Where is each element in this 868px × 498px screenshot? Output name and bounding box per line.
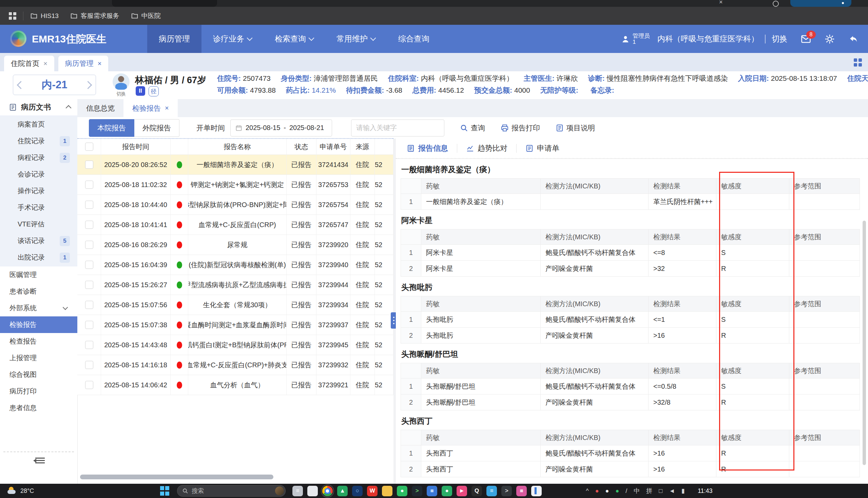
query-button[interactable]: 查询 xyxy=(460,123,485,133)
sidebar-item[interactable]: 病程记录2 xyxy=(0,149,77,166)
settings-gear-icon[interactable] xyxy=(825,34,835,44)
table-row[interactable]: 2025-08-15 14:16:18血常规+C-反应蛋白(CRP)+肺炎支已报… xyxy=(77,355,393,375)
table-row[interactable]: 2025-08-15 15:07:56生化全套（常规30项）已报告3723993… xyxy=(77,295,393,315)
switch-patient-button[interactable]: 切换 xyxy=(112,91,130,97)
sidebar-item[interactable]: 患者诊断 xyxy=(0,283,77,300)
media-db-icon[interactable]: ■ xyxy=(516,486,527,496)
row-checkbox[interactable] xyxy=(85,381,93,389)
photos-icon[interactable]: ▲ xyxy=(337,486,348,496)
battery-icon[interactable]: ▮ xyxy=(681,487,685,495)
apps-grid-icon[interactable] xyxy=(9,12,16,20)
taskbar-search[interactable]: 搜索 xyxy=(177,485,286,497)
sidebar-item[interactable]: 住院记录1 xyxy=(0,133,77,149)
table-row[interactable]: 2025-08-15 14:43:48肌钙蛋白I测定+B型钠尿肽前体(PR已报告… xyxy=(77,335,393,355)
row-checkbox[interactable] xyxy=(85,281,93,289)
table-row[interactable]: 2025-08-15 16:04:39(住院)新型冠状病毒核酸检测(单)已报告3… xyxy=(77,255,393,275)
sidebar-item[interactable]: VTE评估 xyxy=(0,216,77,233)
scope-external-button[interactable]: 外院报告 xyxy=(134,119,179,137)
nav-item[interactable]: 常用维护 xyxy=(325,25,387,53)
weather-widget[interactable]: 28°C xyxy=(8,487,34,495)
bookmark-folder[interactable]: HIS13 xyxy=(30,12,59,20)
tab-trend-compare[interactable]: 趋势比对 xyxy=(466,143,507,154)
profile-icon[interactable] xyxy=(773,1,779,7)
row-checkbox[interactable] xyxy=(85,321,93,329)
table-row[interactable]: 2025-08-18 10:41:41血常规+C-反应蛋白(CRP)已报告372… xyxy=(77,215,393,235)
sidebar-item[interactable]: 病案首页 xyxy=(0,116,77,133)
item-description-button[interactable]: 项目说明 xyxy=(556,123,595,133)
sidebar-item[interactable]: 谈话记录5 xyxy=(0,233,77,249)
tab-lab-reports[interactable]: 检验报告 × xyxy=(123,99,178,117)
table-row[interactable]: 2025-08-18 11:02:32钾测定+钠测定+氯测定+钙测定已报告372… xyxy=(77,175,393,195)
table-row[interactable]: 2025-08-20 08:26:52一般细菌培养及鉴定（痰）已报告372414… xyxy=(77,155,393,175)
layout-grid-icon[interactable] xyxy=(854,58,862,67)
close-icon[interactable]: × xyxy=(719,0,723,6)
user-name[interactable]: 管理员 1 xyxy=(633,33,650,45)
table-row[interactable]: 2025-08-15 15:26:27甲型流感病毒抗原+乙型流感病毒抗已报告37… xyxy=(77,275,393,295)
tray-qq-icon[interactable]: ● xyxy=(606,487,609,495)
row-checkbox[interactable] xyxy=(85,241,93,249)
messages-icon[interactable]: 8 xyxy=(801,34,811,44)
close-icon[interactable]: × xyxy=(43,60,48,68)
sidebar-item[interactable]: 检查报告 xyxy=(0,333,77,350)
sidebar-item[interactable]: 综合视图 xyxy=(0,366,77,383)
nav-item[interactable]: 综合查询 xyxy=(387,25,441,53)
files-icon[interactable] xyxy=(307,486,318,496)
close-icon[interactable]: × xyxy=(98,60,102,68)
table-row[interactable]: 2025-08-18 10:44:40B型钠尿肽前体(PRO-BNP)测定+降已… xyxy=(77,195,393,215)
table-row[interactable]: 2025-08-15 15:07:38凝血酶时间测定+血浆凝血酶原时间已报告37… xyxy=(77,315,393,335)
tab-inpatient-home[interactable]: 住院首页 × xyxy=(4,56,54,71)
horizontal-scrollbar[interactable] xyxy=(80,475,273,479)
chevron-up-icon[interactable] xyxy=(66,105,71,111)
collapse-sidebar-icon[interactable] xyxy=(31,456,45,465)
ime-lang-indicator[interactable]: 中 xyxy=(634,487,640,495)
tray-clipboard-icon[interactable]: □ xyxy=(659,487,662,495)
nav-item[interactable]: 病历管理 xyxy=(147,25,202,53)
wps-icon[interactable]: W xyxy=(367,486,378,496)
tab-medical-record[interactable]: 病历管理 × xyxy=(58,56,109,71)
sidebar-item[interactable]: 患者信息 xyxy=(0,399,77,416)
media-pink-icon[interactable]: ► xyxy=(457,486,467,496)
docs-icon[interactable]: ▌ xyxy=(531,486,542,496)
keyword-input[interactable] xyxy=(351,119,444,136)
terminal-color-icon[interactable]: > xyxy=(412,486,422,496)
notes-blue-icon[interactable]: ≡ xyxy=(486,486,497,496)
close-icon[interactable]: × xyxy=(165,104,169,112)
row-checkbox[interactable] xyxy=(85,221,93,229)
tray-pen-icon[interactable]: / xyxy=(625,487,627,495)
ime-pinyin-indicator[interactable]: 拼 xyxy=(646,487,652,495)
row-checkbox[interactable] xyxy=(85,341,93,349)
tab-request-form[interactable]: 申请单 xyxy=(525,143,559,154)
back-arrow-icon[interactable] xyxy=(848,34,858,44)
row-checkbox[interactable] xyxy=(85,181,93,189)
patient-avatar[interactable] xyxy=(113,73,130,90)
row-checkbox[interactable] xyxy=(85,160,93,169)
tab-report-info[interactable]: 报告信息 xyxy=(407,143,448,154)
sidebar-item[interactable]: 病历打印 xyxy=(0,383,77,399)
chrome-icon[interactable] xyxy=(322,486,333,496)
select-all-checkbox[interactable] xyxy=(85,143,93,151)
print-report-button[interactable]: 报告打印 xyxy=(501,123,540,133)
volume-mixer-icon[interactable]: ≡ xyxy=(293,486,303,496)
notes-green-icon[interactable]: ● xyxy=(397,486,407,496)
vertical-scrollbar[interactable] xyxy=(863,221,866,465)
sidebar-item[interactable]: 检验报告 xyxy=(0,316,77,333)
table-row[interactable]: 2025-08-15 14:06:42血气分析（血气）已报告37239921住院… xyxy=(77,375,393,395)
monitor-icon[interactable]: ■ xyxy=(427,486,437,496)
tray-expand-icon[interactable]: ^ xyxy=(586,487,588,495)
sidebar-item[interactable]: 医嘱管理 xyxy=(0,266,77,283)
compass-icon[interactable]: ○ xyxy=(352,486,363,496)
tray-alert-icon[interactable]: ● xyxy=(595,487,599,495)
nav-item[interactable]: 诊疗业务 xyxy=(202,25,263,53)
sidebar-section-medical-docs[interactable]: 病历文书 xyxy=(0,99,77,115)
bookmark-folder[interactable]: 中医院 xyxy=(131,12,161,21)
terminal-dark-icon[interactable]: > xyxy=(501,486,512,496)
prev-patient-icon[interactable] xyxy=(17,81,25,89)
next-patient-icon[interactable] xyxy=(84,81,92,89)
sidebar-item[interactable]: 会诊记录 xyxy=(0,166,77,183)
sidebar-item[interactable]: 手术记录 xyxy=(0,199,77,216)
qq-icon[interactable]: Q xyxy=(472,486,482,496)
row-checkbox[interactable] xyxy=(85,261,93,269)
row-checkbox[interactable] xyxy=(85,301,93,309)
scope-inhospital-button[interactable]: 本院报告 xyxy=(89,119,134,137)
sidebar-item[interactable]: 操作记录 xyxy=(0,183,77,199)
